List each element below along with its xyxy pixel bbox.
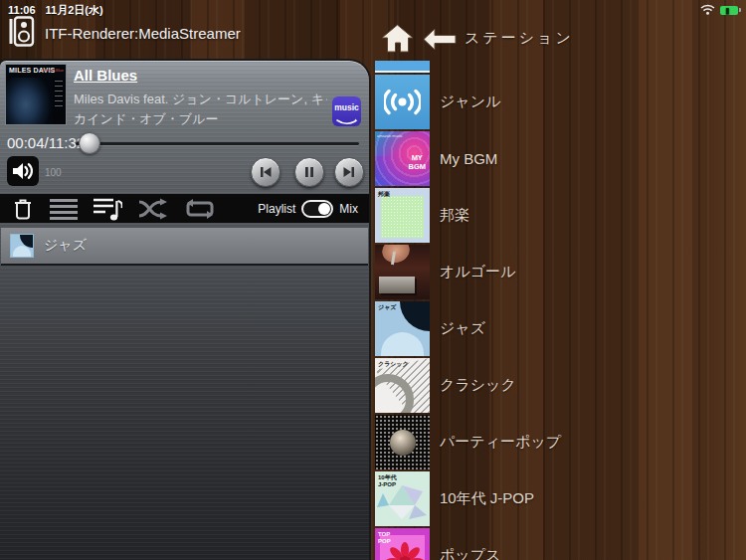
album-art[interactable]: MILES DAVIS Kind of Blue bbox=[5, 64, 67, 125]
page-title: ステーション bbox=[465, 29, 574, 48]
next-track-button[interactable] bbox=[334, 157, 364, 187]
station-row-pops[interactable]: TOP POP ポップス bbox=[375, 528, 713, 560]
list-icon bbox=[50, 198, 78, 220]
station-tile-orgel[interactable] bbox=[375, 245, 430, 299]
music-queue-icon bbox=[93, 196, 122, 222]
repeat-icon bbox=[184, 198, 216, 220]
mix-toggle-label: Mix bbox=[339, 202, 358, 216]
speaker-volume-icon bbox=[11, 160, 35, 182]
track-artist: Miles Davis feat. ジョン・コルトレーン, キャノ… bbox=[74, 91, 327, 108]
station-label-party[interactable]: パーティーポップ bbox=[440, 433, 561, 452]
album-art-photo bbox=[6, 78, 53, 124]
tile-text-jazz: ジャズ bbox=[378, 304, 396, 311]
tile-text-hougaku: 邦楽 bbox=[378, 191, 390, 198]
back-arrow-icon bbox=[422, 28, 457, 51]
renderer-header[interactable]: ITF-Renderer:MediaStreamer bbox=[8, 16, 241, 50]
queue-item-jazz[interactable]: ジャズ bbox=[1, 228, 368, 266]
seek-slider[interactable] bbox=[76, 142, 359, 145]
station-row-orgel[interactable]: オルゴール bbox=[375, 245, 713, 299]
station-tile-mybgm[interactable]: amazon music MY BGM bbox=[375, 131, 430, 186]
station-label-pops[interactable]: ポップス bbox=[440, 546, 500, 560]
queue-item-thumbnail bbox=[10, 234, 34, 258]
track-album: カインド・オブ・ブルー bbox=[74, 110, 327, 128]
repeat-button[interactable] bbox=[184, 198, 216, 220]
amazon-smile-icon bbox=[335, 118, 358, 126]
track-title[interactable]: All Blues bbox=[74, 67, 137, 84]
next-icon bbox=[342, 166, 356, 178]
wifi-icon bbox=[700, 4, 715, 17]
station-row-genre[interactable]: ジャンル bbox=[375, 75, 713, 129]
album-art-tracklist bbox=[53, 78, 66, 124]
shuffle-icon bbox=[137, 198, 169, 220]
speaker-renderer-icon bbox=[8, 16, 35, 50]
shuffle-button[interactable] bbox=[137, 198, 169, 220]
station-label-jpop10[interactable]: 10年代 J-POP bbox=[440, 489, 534, 508]
tile-text-mybgm: MY BGM bbox=[409, 154, 427, 171]
station-tile-jpop10[interactable]: 10年代 J-POP bbox=[375, 471, 430, 526]
station-row-classic[interactable]: クラシック クラシック bbox=[375, 358, 713, 413]
status-time: 11:06 bbox=[8, 4, 36, 16]
station-tile-partial bbox=[375, 61, 430, 73]
pause-icon bbox=[303, 166, 315, 178]
amazon-music-badge[interactable]: music bbox=[332, 96, 361, 126]
playlist-toggle-label: Playlist bbox=[258, 202, 295, 216]
station-label-jazz[interactable]: ジャズ bbox=[440, 319, 485, 338]
amazon-music-label: music bbox=[332, 102, 361, 112]
queue-view-button[interactable] bbox=[93, 196, 122, 222]
station-row-jazz[interactable]: ジャズ ジャズ bbox=[375, 301, 713, 356]
charging-bolt-icon: ▮ bbox=[725, 6, 729, 15]
tile-text-pops: TOP POP bbox=[378, 531, 391, 545]
station-row-jpop10[interactable]: 10年代 J-POP 10年代 J-POP bbox=[375, 471, 713, 526]
battery-icon: ▮ bbox=[720, 6, 738, 15]
home-icon bbox=[381, 24, 414, 53]
station-row-hougaku[interactable]: 邦楽 邦楽 bbox=[375, 188, 713, 243]
volume-button[interactable] bbox=[7, 156, 39, 186]
seek-slider-thumb[interactable] bbox=[79, 132, 100, 154]
toggle-knob bbox=[318, 203, 330, 215]
music-box-key bbox=[391, 252, 396, 265]
home-button[interactable] bbox=[381, 24, 414, 57]
station-tile-party[interactable] bbox=[375, 415, 430, 469]
station-tile-hougaku[interactable]: 邦楽 bbox=[375, 188, 430, 243]
station-label-hougaku[interactable]: 邦楽 bbox=[440, 206, 469, 225]
tile-text-jpop10: 10年代 J-POP bbox=[378, 474, 397, 488]
list-view-button[interactable] bbox=[50, 198, 78, 220]
renderer-name: ITF-Renderer:MediaStreamer bbox=[45, 25, 241, 42]
disco-ball bbox=[390, 430, 416, 456]
time-display: 00:04/11:32 bbox=[7, 134, 85, 151]
previous-track-button[interactable] bbox=[251, 157, 280, 187]
trash-icon bbox=[11, 197, 35, 221]
back-button[interactable] bbox=[422, 28, 457, 55]
station-tile-classic[interactable]: クラシック bbox=[375, 358, 430, 413]
album-art-title-text: Kind of Blue bbox=[42, 68, 64, 73]
tile-text-classic: クラシック bbox=[378, 361, 409, 368]
station-list[interactable]: ジャンル amazon music MY BGM My BGM 邦楽 邦楽 オル… bbox=[375, 61, 713, 560]
station-label-orgel[interactable]: オルゴール bbox=[440, 263, 515, 281]
clear-playlist-button[interactable] bbox=[11, 197, 35, 221]
station-tile-jazz[interactable]: ジャズ bbox=[375, 301, 430, 356]
status-date: 11月2日(水) bbox=[46, 4, 103, 16]
pause-button[interactable] bbox=[294, 157, 324, 187]
queue-item-label: ジャズ bbox=[44, 237, 87, 255]
playlist-mix-toggle[interactable] bbox=[301, 200, 333, 218]
station-label-genre[interactable]: ジャンル bbox=[440, 93, 500, 111]
player-toolbar: Playlist Mix bbox=[0, 194, 369, 223]
volume-value: 100 bbox=[45, 167, 62, 178]
previous-icon bbox=[259, 166, 273, 178]
station-tile-genre[interactable] bbox=[375, 75, 430, 129]
tile-small-text: amazon music bbox=[377, 133, 403, 138]
station-row-mybgm[interactable]: amazon music MY BGM My BGM bbox=[375, 131, 713, 186]
player-card: MILES DAVIS Kind of Blue All Blues Miles… bbox=[0, 61, 369, 560]
station-row-party[interactable]: パーティーポップ bbox=[375, 415, 713, 469]
station-tile-pops[interactable]: TOP POP bbox=[375, 528, 430, 560]
broadcast-icon bbox=[384, 89, 421, 115]
station-label-classic[interactable]: クラシック bbox=[440, 376, 516, 395]
station-label-mybgm[interactable]: My BGM bbox=[440, 150, 497, 167]
